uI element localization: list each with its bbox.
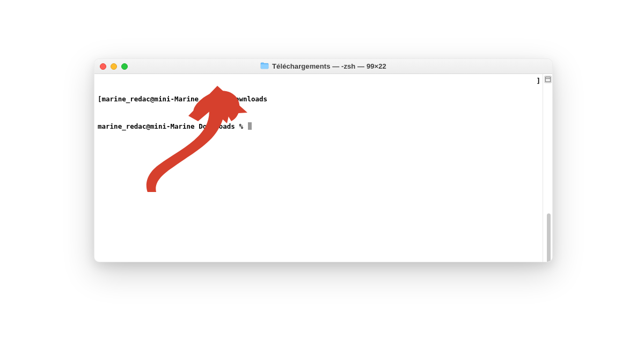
terminal-window: Téléchargements — -zsh — 99×22 [marine_r… bbox=[94, 58, 553, 262]
prompt-text: marine_redac@mini-Marine Downloads % bbox=[98, 122, 247, 130]
svg-rect-0 bbox=[546, 77, 551, 82]
terminal-body: [marine_redac@mini-Marine ~ % cd Downloa… bbox=[94, 74, 552, 262]
window-title: Téléchargements — -zsh — 99×22 bbox=[272, 62, 386, 70]
prompt-bracket-close: ] bbox=[536, 76, 540, 85]
command-text: cd Downloads bbox=[219, 95, 267, 103]
traffic-lights bbox=[100, 63, 128, 70]
terminal-line-2: marine_redac@mini-Marine Downloads % bbox=[98, 122, 539, 131]
folder-icon bbox=[260, 62, 269, 71]
maximize-button[interactable] bbox=[121, 63, 128, 70]
terminal-right-gutter bbox=[543, 74, 552, 262]
window-titlebar[interactable]: Téléchargements — -zsh — 99×22 bbox=[94, 59, 552, 74]
panel-toggle-button[interactable] bbox=[544, 76, 552, 83]
cursor-icon bbox=[248, 122, 252, 130]
terminal-content[interactable]: [marine_redac@mini-Marine ~ % cd Downloa… bbox=[94, 74, 543, 262]
window-title-area: Téléchargements — -zsh — 99×22 bbox=[94, 62, 552, 71]
minimize-button[interactable] bbox=[111, 63, 117, 70]
close-button[interactable] bbox=[100, 63, 106, 70]
prompt-bracket-open: [ bbox=[98, 95, 102, 103]
terminal-line-1: [marine_redac@mini-Marine ~ % cd Downloa… bbox=[98, 94, 539, 104]
scrollbar-thumb[interactable] bbox=[547, 213, 551, 262]
prompt-text: marine_redac@mini-Marine ~ % bbox=[102, 95, 219, 103]
